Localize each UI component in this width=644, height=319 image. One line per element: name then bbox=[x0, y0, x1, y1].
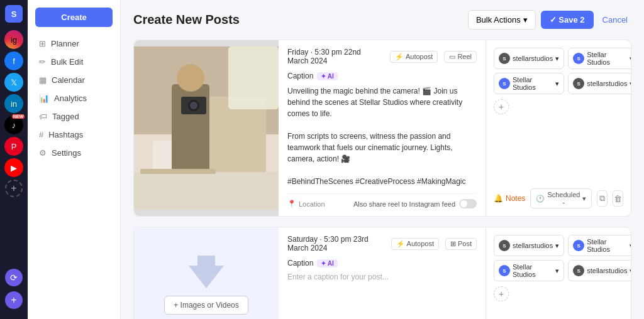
tiktok-rail-icon[interactable]: ♪ NEW bbox=[4, 116, 23, 134]
rail-compose-button[interactable]: + bbox=[5, 291, 23, 309]
account-chip-4[interactable]: S stellarstudios ▾ bbox=[568, 73, 631, 94]
account-avatar-5: S bbox=[499, 240, 510, 251]
account-chip-1[interactable]: S stellarstudios ▾ bbox=[494, 48, 564, 69]
type-pill-1[interactable]: ▭ Reel bbox=[444, 51, 477, 63]
sidebar-item-label: Settings bbox=[52, 148, 81, 158]
sidebar-item-label: Tagged bbox=[52, 112, 79, 121]
page-title: Create New Posts bbox=[133, 13, 240, 27]
hashtags-icon: # bbox=[39, 130, 43, 139]
pinterest-rail-icon[interactable]: P bbox=[4, 137, 23, 156]
post-image-1[interactable] bbox=[134, 40, 279, 216]
account-chip-6[interactable]: S Stellar Studios ▾ bbox=[568, 235, 631, 256]
delete-button[interactable]: 🗑 bbox=[613, 190, 623, 207]
account-avatar-8: S bbox=[573, 265, 584, 276]
chevron-icon: ▾ bbox=[555, 242, 559, 250]
sidebar: Create ⊞ Planner ✏ Bulk Edit ▦ Calendar … bbox=[28, 0, 121, 319]
add-account-button-2[interactable]: + bbox=[494, 286, 509, 301]
facebook-rail-icon[interactable]: f bbox=[4, 51, 23, 70]
linkedin-rail-icon[interactable]: in bbox=[4, 94, 23, 113]
settings-icon: ⚙ bbox=[39, 148, 47, 158]
caption-text-1[interactable]: Unveiling the magic behind the camera! 🎬… bbox=[287, 85, 477, 187]
youtube-rail-icon[interactable]: ▶ bbox=[4, 158, 23, 177]
chevron-icon: ▾ bbox=[555, 267, 559, 275]
chevron-icon: ▾ bbox=[630, 242, 631, 250]
chevron-icon: ▾ bbox=[555, 55, 559, 63]
calendar-icon: ▦ bbox=[39, 75, 47, 85]
caption-placeholder-2[interactable]: Enter a caption for your post... bbox=[287, 273, 477, 281]
caption-label-1: Caption bbox=[287, 72, 313, 80]
post-content-1: Friday · 5:30 pm 22nd March 2024 ⚡ Autop… bbox=[279, 40, 486, 216]
sidebar-item-bulk-edit[interactable]: ✏ Bulk Edit bbox=[30, 53, 118, 71]
analytics-icon: 📊 bbox=[39, 94, 49, 103]
account-chip-3[interactable]: S Stellar Studios ▾ bbox=[494, 73, 564, 94]
rail-gear-icon[interactable]: ⟳ bbox=[5, 269, 23, 286]
cancel-button[interactable]: Cancel bbox=[599, 11, 631, 29]
main-content: Create New Posts Bulk Actions ▾ ✓ Save 2… bbox=[121, 0, 644, 319]
caption-row-2: Caption ✦ AI bbox=[287, 259, 477, 268]
post-icon: ⊞ bbox=[450, 240, 456, 248]
page-header: Create New Posts Bulk Actions ▾ ✓ Save 2… bbox=[133, 10, 631, 30]
reel-icon: ▭ bbox=[449, 53, 455, 61]
sidebar-item-planner[interactable]: ⊞ Planner bbox=[30, 35, 118, 53]
new-badge: NEW bbox=[12, 114, 25, 119]
sidebar-item-label: Calendar bbox=[52, 75, 85, 85]
planner-icon: ⊞ bbox=[39, 39, 46, 48]
chevron-icon: ▾ bbox=[630, 80, 631, 88]
autopost-pill-2[interactable]: ⚡ Autopost bbox=[391, 238, 439, 250]
location-tag-1[interactable]: 📍 Location bbox=[287, 200, 325, 208]
post-date-2: Saturday · 5:30 pm 23rd March 2024 bbox=[287, 235, 385, 252]
copy-button[interactable]: ⧉ bbox=[597, 190, 608, 207]
post-date-1: Friday · 5:30 pm 22nd March 2024 bbox=[287, 48, 384, 65]
sidebar-item-settings[interactable]: ⚙ Settings bbox=[30, 144, 118, 162]
scheduled-button[interactable]: 🕐 Scheduled - ▾ bbox=[530, 188, 592, 208]
ai-badge-2[interactable]: ✦ AI bbox=[317, 259, 337, 268]
post-card-2: + Images or Videos Saturday · 5:30 pm 23… bbox=[133, 227, 631, 319]
account-chip-8[interactable]: S stellarstudios ▾ bbox=[568, 260, 631, 281]
notes-icon: 🔔 bbox=[494, 194, 503, 203]
account-avatar-4: S bbox=[573, 78, 584, 89]
bulk-actions-button[interactable]: Bulk Actions ▾ bbox=[468, 10, 536, 30]
sidebar-item-analytics[interactable]: 📊 Analytics bbox=[30, 89, 118, 107]
user-avatar[interactable]: S bbox=[5, 5, 23, 23]
svg-rect-12 bbox=[140, 169, 216, 174]
chevron-icon: ▾ bbox=[630, 55, 631, 63]
account-chip-2[interactable]: S Stellar Studios ▾ bbox=[568, 48, 631, 69]
autopost-pill-1[interactable]: ⚡ Autopost bbox=[390, 51, 438, 63]
instagram-rail-icon[interactable]: ig bbox=[4, 30, 23, 49]
post-footer-1: 📍 Location Also share reel to Instagram … bbox=[287, 193, 477, 208]
add-media-button[interactable]: + Images or Videos bbox=[164, 296, 248, 315]
notes-button[interactable]: 🔔 Notes bbox=[494, 194, 525, 203]
icon-rail: S ig f 𝕏 in ♪ NEW P ▶ + ⟳ + bbox=[0, 0, 28, 319]
share-toggle-switch[interactable] bbox=[459, 199, 477, 208]
share-toggle-1[interactable]: Also share reel to Instagram feed bbox=[353, 199, 477, 208]
tagged-icon: 🏷 bbox=[39, 112, 47, 121]
post-meta-1: Friday · 5:30 pm 22nd March 2024 ⚡ Autop… bbox=[287, 48, 477, 65]
post-meta-2: Saturday · 5:30 pm 23rd March 2024 ⚡ Aut… bbox=[287, 235, 477, 252]
sidebar-item-calendar[interactable]: ▦ Calendar bbox=[30, 71, 118, 89]
post-card-1: Friday · 5:30 pm 22nd March 2024 ⚡ Autop… bbox=[133, 40, 631, 217]
ai-badge-1[interactable]: ✦ AI bbox=[317, 72, 337, 80]
chevron-icon: ▾ bbox=[630, 267, 631, 275]
type-pill-2[interactable]: ⊞ Post bbox=[445, 238, 477, 250]
sidebar-item-label: Hashtags bbox=[48, 130, 83, 139]
svg-point-9 bbox=[190, 102, 197, 109]
location-icon: 📍 bbox=[287, 200, 296, 208]
bulk-edit-icon: ✏ bbox=[39, 57, 46, 67]
add-account-button-1[interactable]: + bbox=[494, 99, 509, 114]
save-button[interactable]: ✓ Save 2 bbox=[541, 11, 594, 29]
svg-rect-10 bbox=[228, 46, 279, 109]
svg-point-6 bbox=[177, 64, 204, 92]
post-actions-1: 🔔 Notes 🕐 Scheduled - ▾ ⧉ 🗑 bbox=[494, 183, 623, 208]
svg-rect-11 bbox=[134, 172, 279, 210]
header-actions: Bulk Actions ▾ ✓ Save 2 Cancel bbox=[468, 10, 631, 30]
sidebar-item-tagged[interactable]: 🏷 Tagged bbox=[30, 107, 118, 126]
account-avatar-6: S bbox=[573, 240, 584, 251]
create-button[interactable]: Create bbox=[35, 8, 113, 27]
chevron-icon: ▾ bbox=[555, 80, 559, 88]
account-chip-5[interactable]: S stellarstudios ▾ bbox=[494, 235, 564, 256]
sidebar-item-hashtags[interactable]: # Hashtags bbox=[30, 126, 118, 144]
twitter-rail-icon[interactable]: 𝕏 bbox=[4, 73, 23, 92]
sidebar-item-label: Bulk Edit bbox=[51, 57, 83, 67]
add-account-rail-button[interactable]: + bbox=[5, 180, 23, 197]
account-chip-7[interactable]: S Stellar Studios ▾ bbox=[494, 260, 564, 281]
